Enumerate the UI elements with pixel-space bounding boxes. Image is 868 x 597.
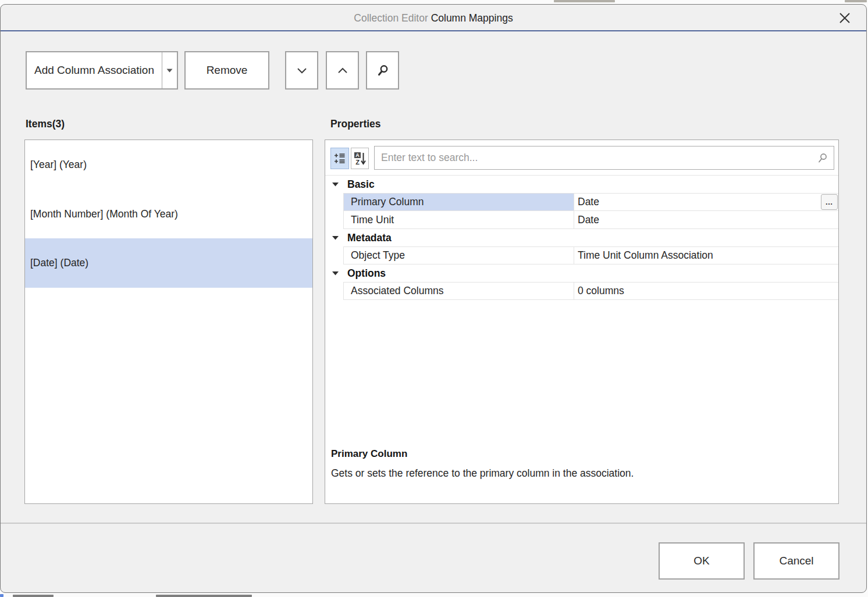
ok-button[interactable]: OK bbox=[659, 542, 745, 580]
dialog-title-main: Column Mappings bbox=[431, 12, 513, 24]
property-row-associated-columns: Associated Columns 0 columns bbox=[343, 282, 838, 300]
search-input-icon bbox=[817, 153, 834, 163]
background-fragment bbox=[156, 595, 252, 597]
sort-alphabetical-button[interactable]: A Z bbox=[351, 148, 369, 169]
list-item[interactable]: [Year] (Year) bbox=[25, 140, 312, 190]
category-row-metadata[interactable]: Metadata bbox=[325, 229, 838, 246]
property-search-box bbox=[374, 146, 834, 170]
items-list: [Year] (Year) [Month Number] (Month Of Y… bbox=[24, 140, 313, 504]
property-value-cell[interactable]: Date … bbox=[574, 194, 838, 210]
property-name-cell[interactable]: Time Unit bbox=[343, 211, 574, 228]
move-up-button[interactable] bbox=[326, 51, 359, 90]
add-column-association-button[interactable]: Add Column Association bbox=[27, 52, 162, 88]
property-row-time-unit: Time Unit Date bbox=[343, 211, 838, 229]
properties-header: Properties bbox=[330, 118, 381, 130]
property-value: 0 columns bbox=[578, 285, 624, 297]
chevron-down-icon bbox=[297, 67, 307, 74]
property-value: Date bbox=[578, 196, 599, 208]
category-label: Metadata bbox=[347, 232, 392, 244]
category-expander-icon[interactable] bbox=[332, 271, 339, 276]
categorized-view-button[interactable] bbox=[330, 148, 349, 169]
properties-panel: A Z bbox=[325, 140, 839, 504]
category-expander-icon[interactable] bbox=[332, 235, 339, 240]
property-grid: Basic Primary Column Date … Time Unit Da… bbox=[325, 175, 838, 300]
categorized-view-icon bbox=[334, 153, 346, 165]
search-icon bbox=[376, 64, 389, 77]
svg-text:Z: Z bbox=[355, 159, 360, 166]
property-value-cell[interactable]: 0 columns bbox=[574, 283, 838, 299]
collection-editor-dialog: Collection Editor Column Mappings Add Co… bbox=[0, 4, 867, 593]
move-down-button[interactable] bbox=[285, 51, 318, 90]
property-name-cell[interactable]: Object Type bbox=[343, 247, 574, 264]
sort-alphabetical-icon: A Z bbox=[354, 152, 366, 165]
property-value-cell[interactable]: Time Unit Column Association bbox=[574, 247, 838, 264]
footer-separator bbox=[1, 523, 866, 524]
property-value-cell[interactable]: Date bbox=[574, 211, 838, 228]
screen: Collection Editor Column Mappings Add Co… bbox=[0, 0, 868, 597]
property-description-text: Gets or sets the reference to the primar… bbox=[331, 467, 827, 480]
dropdown-arrow-icon bbox=[166, 69, 173, 73]
property-description-title: Primary Column bbox=[331, 448, 827, 460]
category-label: Basic bbox=[347, 178, 375, 191]
category-row-basic[interactable]: Basic bbox=[325, 176, 838, 193]
background-fragment bbox=[845, 0, 867, 2]
property-description: Primary Column Gets or sets the referenc… bbox=[331, 448, 827, 480]
property-value: Time Unit Column Association bbox=[578, 249, 713, 262]
dialog-title-prefix: Collection Editor bbox=[354, 12, 431, 24]
background-fragment bbox=[554, 0, 615, 2]
add-column-association-dropdown[interactable] bbox=[162, 52, 177, 88]
find-button[interactable] bbox=[366, 51, 399, 90]
property-name-cell[interactable]: Associated Columns bbox=[343, 283, 574, 299]
ellipsis-editor-button[interactable]: … bbox=[821, 194, 838, 210]
property-row-primary-column: Primary Column Date … bbox=[343, 193, 838, 211]
property-name-cell[interactable]: Primary Column bbox=[343, 194, 574, 210]
background-fragment bbox=[0, 594, 3, 597]
items-header: Items(3) bbox=[26, 118, 65, 130]
chevron-up-icon bbox=[337, 67, 348, 74]
list-item-selected[interactable]: [Date] (Date) bbox=[25, 238, 312, 288]
background-fragment bbox=[13, 595, 54, 597]
cancel-button[interactable]: Cancel bbox=[753, 542, 839, 580]
property-search-input[interactable] bbox=[375, 152, 817, 164]
title-bar: Collection Editor Column Mappings bbox=[1, 5, 866, 30]
close-icon bbox=[838, 11, 852, 25]
category-expander-icon[interactable] bbox=[332, 182, 339, 187]
category-row-options[interactable]: Options bbox=[325, 264, 838, 282]
add-column-association-splitbutton: Add Column Association bbox=[26, 51, 178, 90]
list-item[interactable]: [Month Number] (Month Of Year) bbox=[25, 190, 312, 239]
svg-text:A: A bbox=[355, 152, 360, 158]
property-value: Date bbox=[578, 214, 599, 226]
remove-button[interactable]: Remove bbox=[184, 51, 269, 90]
property-row-object-type: Object Type Time Unit Column Association bbox=[343, 246, 838, 264]
close-button[interactable] bbox=[835, 9, 855, 27]
dialog-title: Collection Editor Column Mappings bbox=[1, 5, 866, 31]
category-label: Options bbox=[347, 267, 386, 280]
